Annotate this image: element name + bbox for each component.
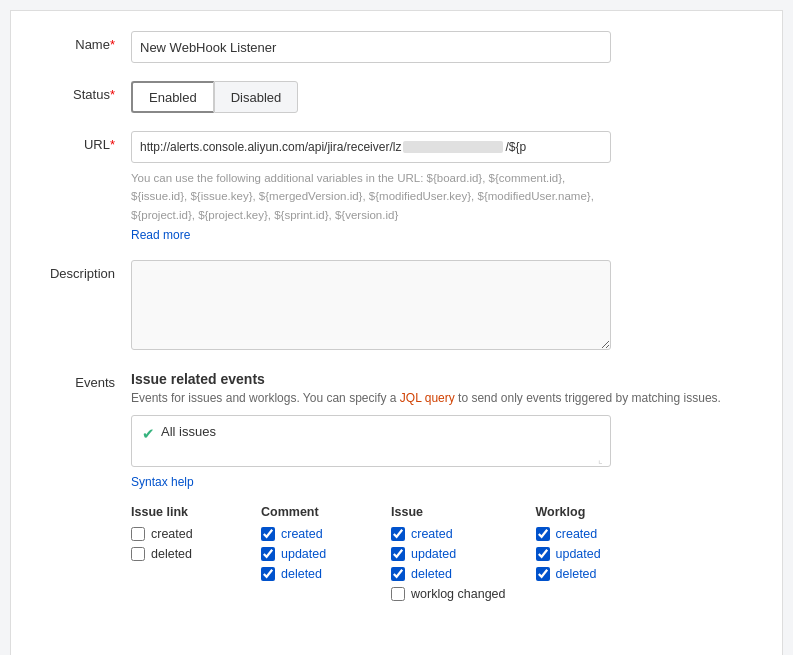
description-label: Description xyxy=(41,260,131,281)
events-label: Events xyxy=(41,371,131,390)
events-desc: Events for issues and worklogs. You can … xyxy=(131,391,752,405)
jql-query-box[interactable]: ✔ All issues ⌞ xyxy=(131,415,611,467)
checkbox-item-1-0: created xyxy=(261,527,361,541)
read-more-link[interactable]: Read more xyxy=(131,228,752,242)
description-textarea[interactable] xyxy=(131,260,611,350)
checkbox-0-1[interactable] xyxy=(131,547,145,561)
status-content: Enabled Disabled xyxy=(131,81,752,113)
status-row: Status* Enabled Disabled xyxy=(41,81,752,113)
checkbox-item-2-2: deleted xyxy=(391,567,506,581)
checkboxes-section: Issue linkcreateddeletedCommentcreatedup… xyxy=(131,505,752,607)
syntax-help-link[interactable]: Syntax help xyxy=(131,475,752,489)
checkbox-item-0-0: created xyxy=(131,527,231,541)
checkbox-label-0-1: deleted xyxy=(151,547,192,561)
name-row: Name* xyxy=(41,31,752,63)
checkbox-group-1: Commentcreatedupdateddeleted xyxy=(261,505,361,607)
jql-query-link[interactable]: JQL query xyxy=(400,391,455,405)
resize-handle-icon[interactable]: ⌞ xyxy=(598,454,608,464)
status-disabled-button[interactable]: Disabled xyxy=(214,81,299,113)
all-issues-text: All issues xyxy=(161,424,216,439)
checkbox-label-1-1: updated xyxy=(281,547,326,561)
checkbox-item-2-1: updated xyxy=(391,547,506,561)
checkbox-item-3-2: deleted xyxy=(536,567,636,581)
checkbox-label-2-2: deleted xyxy=(411,567,452,581)
events-section-title: Issue related events xyxy=(131,371,752,387)
checkbox-item-2-0: created xyxy=(391,527,506,541)
events-row: Events Issue related events Events for i… xyxy=(41,371,752,607)
checkbox-1-2[interactable] xyxy=(261,567,275,581)
name-input[interactable] xyxy=(131,31,611,63)
status-label: Status* xyxy=(41,81,131,102)
status-toggle: Enabled Disabled xyxy=(131,81,752,113)
checkbox-3-1[interactable] xyxy=(536,547,550,561)
checkbox-item-0-1: deleted xyxy=(131,547,231,561)
checkbox-0-0[interactable] xyxy=(131,527,145,541)
checkbox-label-1-0: created xyxy=(281,527,323,541)
checkbox-group-title-0: Issue link xyxy=(131,505,231,519)
checkbox-group-title-2: Issue xyxy=(391,505,506,519)
name-content xyxy=(131,31,752,63)
events-content: Issue related events Events for issues a… xyxy=(131,371,752,607)
checkbox-3-2[interactable] xyxy=(536,567,550,581)
checkbox-label-2-3: worklog changed xyxy=(411,587,506,601)
checkbox-group-2: Issuecreatedupdateddeletedworklog change… xyxy=(391,505,506,607)
url-blurred xyxy=(403,141,503,153)
checkbox-2-3[interactable] xyxy=(391,587,405,601)
checkbox-3-0[interactable] xyxy=(536,527,550,541)
checkbox-2-2[interactable] xyxy=(391,567,405,581)
checkbox-item-2-3: worklog changed xyxy=(391,587,506,601)
checkbox-item-1-1: updated xyxy=(261,547,361,561)
checkbox-label-0-0: created xyxy=(151,527,193,541)
checkbox-2-0[interactable] xyxy=(391,527,405,541)
checkbox-label-3-0: created xyxy=(556,527,598,541)
checkbox-group-title-3: Worklog xyxy=(536,505,636,519)
checkbox-label-3-2: deleted xyxy=(556,567,597,581)
checkbox-group-3: Worklogcreatedupdateddeleted xyxy=(536,505,636,607)
url-prefix-text: http://alerts.console.aliyun.com/api/jir… xyxy=(140,140,401,154)
checkbox-item-3-1: updated xyxy=(536,547,636,561)
checkbox-label-1-2: deleted xyxy=(281,567,322,581)
url-content: http://alerts.console.aliyun.com/api/jir… xyxy=(131,131,752,242)
url-hint: You can use the following additional var… xyxy=(131,169,611,224)
checkbox-label-2-1: updated xyxy=(411,547,456,561)
checkbox-label-3-1: updated xyxy=(556,547,601,561)
url-suffix-text: /${p xyxy=(505,140,526,154)
checkbox-group-title-1: Comment xyxy=(261,505,361,519)
checkbox-group-0: Issue linkcreateddeleted xyxy=(131,505,231,607)
checkbox-1-1[interactable] xyxy=(261,547,275,561)
webhook-form: Name* Status* Enabled Disabled URL* http… xyxy=(10,10,783,655)
check-circle-icon: ✔ xyxy=(142,425,155,443)
url-display[interactable]: http://alerts.console.aliyun.com/api/jir… xyxy=(131,131,611,163)
checkbox-2-1[interactable] xyxy=(391,547,405,561)
checkbox-item-1-2: deleted xyxy=(261,567,361,581)
url-row: URL* http://alerts.console.aliyun.com/ap… xyxy=(41,131,752,242)
checkbox-1-0[interactable] xyxy=(261,527,275,541)
status-enabled-button[interactable]: Enabled xyxy=(131,81,214,113)
description-row: Description xyxy=(41,260,752,353)
name-label: Name* xyxy=(41,31,131,52)
checkbox-item-3-0: created xyxy=(536,527,636,541)
description-content xyxy=(131,260,752,353)
checkbox-label-2-0: created xyxy=(411,527,453,541)
url-label: URL* xyxy=(41,131,131,152)
